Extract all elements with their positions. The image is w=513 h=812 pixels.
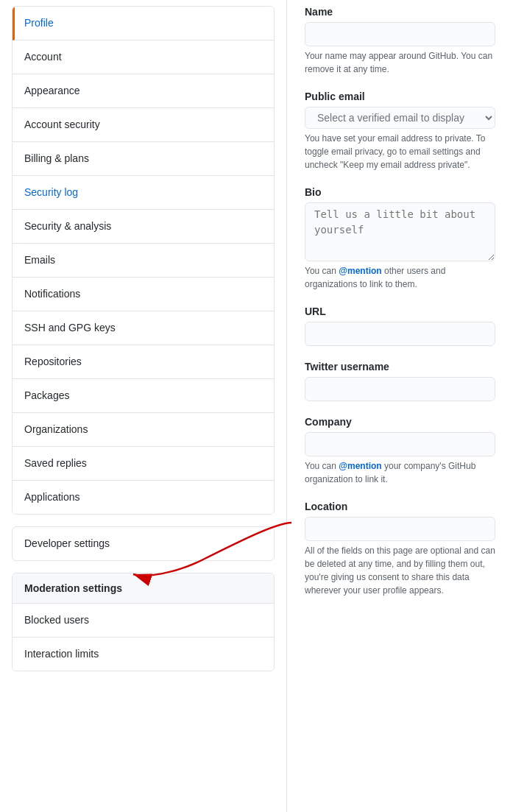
location-input[interactable] (305, 517, 495, 541)
url-input[interactable] (305, 322, 495, 346)
company-field-group: Company You can @mention your company's … (305, 416, 495, 486)
sidebar-item-security-log[interactable]: Security log (13, 176, 274, 210)
sidebar-item-developer-settings[interactable]: Developer settings (12, 526, 275, 561)
sidebar-item-packages[interactable]: Packages (13, 379, 274, 413)
sidebar-item-repositories[interactable]: Repositories (13, 345, 274, 379)
bio-mention: @mention (339, 266, 381, 276)
sidebar-item-appearance[interactable]: Appearance (13, 74, 274, 108)
sidebar-item-applications[interactable]: Applications (13, 481, 274, 514)
developer-settings-wrapper: Developer settings (12, 526, 275, 561)
sidebar-item-blocked-users[interactable]: Blocked users (13, 604, 274, 638)
name-field-group: Name Your name may appear around GitHub.… (305, 6, 495, 76)
sidebar: Profile Account Appearance Account secur… (0, 0, 287, 812)
company-note: You can @mention your company's GitHub o… (305, 459, 495, 486)
sidebar-item-account[interactable]: Account (13, 40, 274, 74)
sidebar-item-account-security[interactable]: Account security (13, 108, 274, 142)
location-field-group: Location All of the fields on this page … (305, 501, 495, 597)
main-content-inner: Name Your name may appear around GitHub.… (305, 0, 495, 597)
bio-label: Bio (305, 186, 495, 198)
bio-textarea[interactable] (305, 202, 495, 261)
public-email-label: Public email (305, 91, 495, 102)
public-email-note: You have set your email address to priva… (305, 132, 495, 172)
main-content: Name Your name may appear around GitHub.… (287, 0, 513, 812)
name-input[interactable] (305, 22, 495, 46)
sidebar-item-emails[interactable]: Emails (13, 244, 274, 278)
location-note: All of the fields on this page are optio… (305, 544, 495, 597)
twitter-username-input[interactable] (305, 377, 495, 401)
twitter-username-label: Twitter username (305, 361, 495, 373)
name-note: Your name may appear around GitHub. You … (305, 49, 495, 76)
bio-field-group: Bio You can @mention other users and org… (305, 186, 495, 291)
page-layout: Profile Account Appearance Account secur… (0, 0, 513, 812)
name-label: Name (305, 6, 495, 18)
moderation-settings-header: Moderation settings (13, 573, 274, 604)
sidebar-item-profile[interactable]: Profile (13, 7, 274, 40)
sidebar-item-security-analysis[interactable]: Security & analysis (13, 210, 274, 244)
sidebar-item-billing-plans[interactable]: Billing & plans (13, 142, 274, 176)
location-label: Location (305, 501, 495, 512)
bio-note: You can @mention other users and organiz… (305, 264, 495, 291)
company-input[interactable] (305, 432, 495, 456)
sidebar-item-saved-replies[interactable]: Saved replies (13, 447, 274, 481)
sidebar-item-notifications[interactable]: Notifications (13, 278, 274, 311)
twitter-username-field-group: Twitter username (305, 361, 495, 401)
sidebar-item-interaction-limits[interactable]: Interaction limits (13, 638, 274, 671)
sidebar-moderation-section: Moderation settings Blocked users Intera… (12, 573, 275, 671)
sidebar-main-section: Profile Account Appearance Account secur… (12, 6, 275, 515)
sidebar-item-ssh-gpg-keys[interactable]: SSH and GPG keys (13, 311, 274, 345)
public-email-field-group: Public email Select a verified email to … (305, 91, 495, 172)
url-label: URL (305, 306, 495, 317)
company-mention: @mention (339, 461, 381, 471)
company-label: Company (305, 416, 495, 428)
url-field-group: URL (305, 306, 495, 346)
sidebar-item-organizations[interactable]: Organizations (13, 413, 274, 447)
public-email-select[interactable]: Select a verified email to display (305, 107, 495, 129)
